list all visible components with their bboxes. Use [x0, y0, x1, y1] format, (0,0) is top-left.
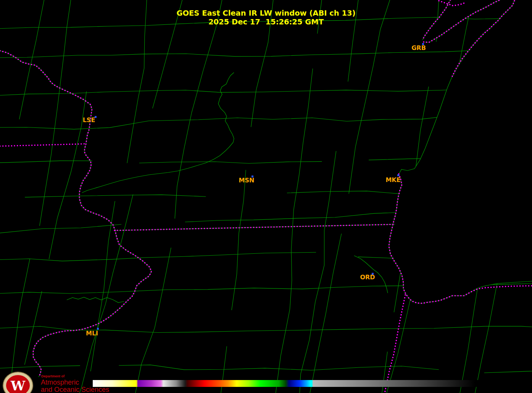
map-image: GRBLSEMSNMKEORDMLI GOES East Clean IR LW…: [0, 0, 532, 393]
ir-enhancement-colorbar: [93, 380, 483, 387]
logo-atmospheric-label: Atmospheric: [41, 379, 79, 386]
title-line-1: GOES East Clean IR LW window (ABI ch 13): [176, 9, 355, 18]
station-label-MLI: MLI: [86, 330, 98, 337]
station-label-MKE: MKE: [385, 176, 400, 184]
title-line-2: 2025 Dec 17 15:26:25 GMT: [208, 18, 324, 26]
station-label-GRB: GRB: [411, 44, 426, 52]
station-label-ORD: ORD: [360, 274, 375, 281]
logo-department-label: Department of: [41, 374, 65, 378]
logo-oceanic-label: and Oceanic Sciences: [41, 386, 109, 393]
station-label-MSN: MSN: [239, 177, 255, 184]
crest-letter: W: [10, 378, 26, 393]
satellite-map-viewer: GRBLSEMSNMKEORDMLI GOES East Clean IR LW…: [0, 0, 532, 393]
station-label-LSE: LSE: [83, 116, 95, 124]
